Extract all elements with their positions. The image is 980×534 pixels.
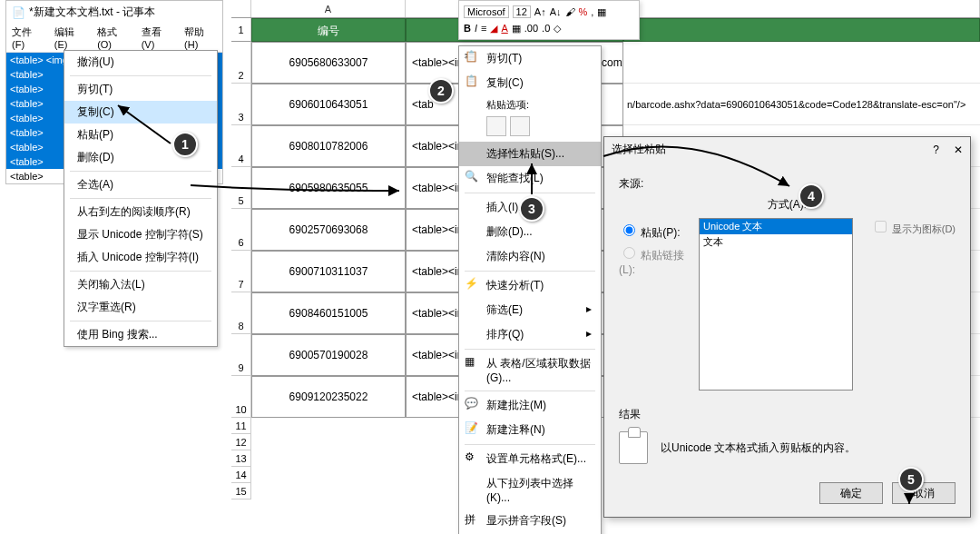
step-badge-3: 3 <box>519 196 544 222</box>
xctx-from-table[interactable]: ▦从 表格/区域获取数据(G)... <box>459 351 601 389</box>
header-cell-rest[interactable] <box>623 18 980 42</box>
cell-id[interactable]: 6900710311037 <box>251 251 406 292</box>
dialog-title: 选择性粘贴 <box>612 142 666 157</box>
format-listbox[interactable]: Unicode 文本 文本 <box>699 218 853 391</box>
table-icon: ▦ <box>465 355 479 370</box>
ctx-show-unicode[interactable]: 显示 Unicode 控制字符(S) <box>64 223 217 246</box>
source-label: 来源: <box>619 176 956 192</box>
row-header[interactable]: 6 <box>231 209 251 251</box>
paste-special-dialog: 选择性粘贴 ? ✕ 来源: 方式(A): 粘贴(P): 粘贴链接(L): Uni… <box>603 136 971 518</box>
format-painter-icon[interactable]: 🖌 <box>565 6 575 17</box>
xctx-format-cells[interactable]: ⚙设置单元格格式(E)... <box>459 447 601 471</box>
ctx-bing[interactable]: 使用 Bing 搜索... <box>64 323 217 346</box>
quick-icon: ⚡ <box>465 277 479 292</box>
xctx-delete[interactable]: 删除(D)... <box>459 220 601 244</box>
row-header[interactable]: 10 <box>231 376 251 418</box>
row-header[interactable]: 1 <box>231 18 251 42</box>
row-header[interactable]: 9 <box>231 334 251 376</box>
ctx-hanzi[interactable]: 汉字重选(R) <box>64 296 217 319</box>
mini-toolbar: Microsof 12 A↑ A↓ 🖌 % , ▦ B I ≡ ◢ A ▦ .0… <box>458 0 640 40</box>
row-header[interactable]: 7 <box>231 251 251 292</box>
xctx-cut[interactable]: ✂剪切(T) <box>459 46 601 71</box>
cell-id[interactable]: 6909120235022 <box>251 376 406 418</box>
font-name-box[interactable]: Microsof <box>464 5 509 18</box>
cell-id[interactable]: 6905980635055 <box>251 167 406 209</box>
close-button[interactable]: ✕ <box>954 143 963 156</box>
menu-format[interactable]: 格式(O) <box>97 25 131 50</box>
xctx-quick-analysis[interactable]: ⚡快速分析(T) <box>459 273 601 298</box>
xctx-new-note[interactable]: 📝新建注释(N) <box>459 418 601 442</box>
paste-option-2[interactable] <box>510 116 530 136</box>
xctx-copy[interactable]: 📋复制(C) <box>459 71 601 95</box>
decrease-decimal-icon[interactable]: .00 <box>524 23 538 34</box>
cell-overflow[interactable] <box>623 42 980 84</box>
xctx-new-comment[interactable]: 💬新建批注(M) <box>459 393 601 418</box>
fill-color-icon[interactable]: ◢ <box>490 23 497 35</box>
cell-id[interactable]: 6905680633007 <box>251 42 406 84</box>
cell-id[interactable]: 6906010643051 <box>251 84 406 125</box>
align-icon[interactable]: ≡ <box>481 23 486 34</box>
paste-option-1[interactable] <box>486 116 506 136</box>
row-header[interactable]: 2 <box>231 42 251 84</box>
xctx-paste-special[interactable]: 选择性粘贴(S)... <box>459 142 601 166</box>
header-cell-a[interactable]: 编号 <box>251 18 406 42</box>
row-header[interactable]: 11 <box>231 418 251 434</box>
xctx-pick-list[interactable]: 从下拉列表中选择(K)... <box>459 471 601 509</box>
xctx-pinyin[interactable]: 拼显示拼音字段(S) <box>459 509 601 533</box>
decrease-font-icon[interactable]: A↓ <box>550 6 562 17</box>
notepad-menubar[interactable]: 文件(F) 编辑(E) 格式(O) 查看(V) 帮助(H) <box>6 24 222 53</box>
cell-overflow[interactable]: n/barcode.ashx?data=6906010643051&code=C… <box>623 84 980 125</box>
ctx-close-ime[interactable]: 关闭输入法(L) <box>64 273 217 296</box>
cell-id[interactable]: 6902570693068 <box>251 209 406 251</box>
row-header[interactable]: 12 <box>231 434 251 450</box>
menu-help[interactable]: 帮助(H) <box>184 25 217 50</box>
ctx-rtl[interactable]: 从右到左的阅读顺序(R) <box>64 201 217 223</box>
opt-text[interactable]: 文本 <box>700 234 852 250</box>
row-header[interactable]: 4 <box>231 125 251 167</box>
row-header[interactable]: 15 <box>231 483 251 499</box>
table-style-icon[interactable]: ▦ <box>597 6 606 18</box>
font-size-box[interactable]: 12 <box>513 5 531 18</box>
row-header[interactable]: 8 <box>231 292 251 334</box>
menu-view[interactable]: 查看(V) <box>142 25 173 50</box>
comma-icon[interactable]: , <box>591 6 593 17</box>
row-header[interactable]: 14 <box>231 467 251 483</box>
font-color-icon[interactable]: A <box>501 23 507 34</box>
cell-id[interactable]: 6908010782006 <box>251 125 406 167</box>
result-description: 以Unicode 文本格式插入剪贴板的内容。 <box>661 440 856 456</box>
menu-file[interactable]: 文件(F) <box>12 25 44 50</box>
cell-id[interactable]: 6900570190028 <box>251 334 406 376</box>
increase-font-icon[interactable]: A↑ <box>534 6 546 17</box>
lookup-icon: 🔍 <box>465 170 479 184</box>
bold-icon[interactable]: B <box>464 23 471 34</box>
row-header[interactable]: 5 <box>231 167 251 209</box>
italic-icon[interactable]: I <box>475 23 477 34</box>
ctx-select-all[interactable]: 全选(A) <box>64 173 217 196</box>
clear-icon[interactable]: ◇ <box>554 23 561 35</box>
xctx-filter[interactable]: 筛选(E)▸ <box>459 298 601 322</box>
ctx-copy[interactable]: 复制(C) <box>64 101 217 124</box>
opt-unicode-text[interactable]: Unicode 文本 <box>700 219 852 234</box>
radio-paste-link[interactable]: 粘贴链接(L): <box>619 244 690 276</box>
xctx-sort[interactable]: 排序(Q)▸ <box>459 322 601 347</box>
xctx-smart-lookup[interactable]: 🔍智能查找(L) <box>459 166 601 191</box>
ctx-insert-unicode[interactable]: 插入 Unicode 控制字符(I) <box>64 246 217 269</box>
ctx-cut[interactable]: 剪切(T) <box>64 78 217 101</box>
select-all-corner[interactable] <box>231 0 251 17</box>
increase-decimal-icon[interactable]: .0 <box>542 23 550 34</box>
percent-icon[interactable]: % <box>579 6 588 17</box>
help-button[interactable]: ? <box>933 143 939 156</box>
row-header[interactable]: 13 <box>231 450 251 467</box>
xctx-clear[interactable]: 清除内容(N) <box>459 244 601 269</box>
step-badge-4: 4 <box>799 183 824 209</box>
radio-paste[interactable]: 粘贴(P): <box>619 222 690 241</box>
ctx-undo[interactable]: 撤消(U) <box>64 51 217 74</box>
row-header[interactable]: 3 <box>231 84 251 125</box>
borders-icon[interactable]: ▦ <box>512 23 521 35</box>
xctx-paste-options <box>459 114 601 142</box>
cell-id[interactable]: 6908460151005 <box>251 292 406 334</box>
menu-edit[interactable]: 编辑(E) <box>54 25 86 50</box>
col-header-A[interactable]: A <box>251 0 406 17</box>
ok-button[interactable]: 确定 <box>819 482 883 504</box>
col-headers-rest[interactable] <box>623 0 980 17</box>
